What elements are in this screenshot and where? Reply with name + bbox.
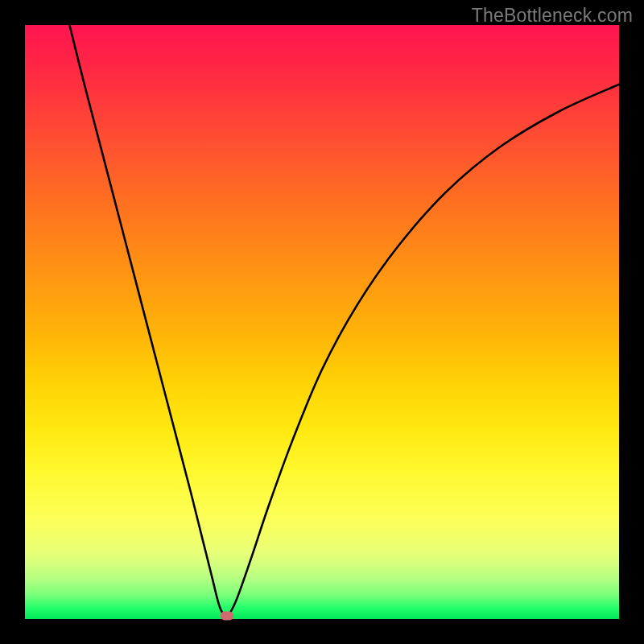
minimum-marker xyxy=(221,612,233,621)
plot-area xyxy=(25,25,619,619)
watermark-text: TheBottleneck.com xyxy=(472,5,633,27)
bottleneck-curve xyxy=(25,25,619,619)
chart-frame: TheBottleneck.com xyxy=(0,0,644,644)
